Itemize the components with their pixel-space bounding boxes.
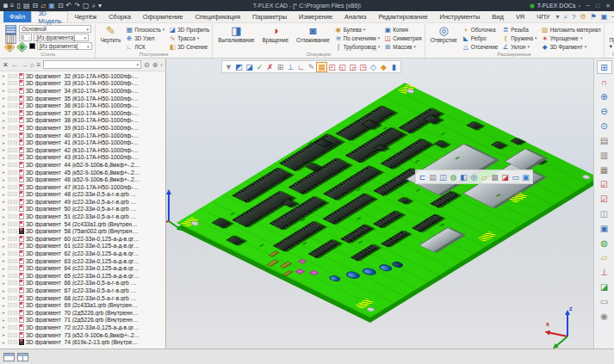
model-cube-icon[interactable]: ◧ bbox=[459, 173, 468, 182]
workplane-button[interactable]: ▦Плоскость▾ bbox=[126, 25, 164, 34]
open-fragment-icon[interactable]: ▱ bbox=[480, 173, 489, 182]
workplane-top-icon[interactable]: ◱ bbox=[338, 63, 347, 71]
find-icon[interactable]: ⌕ bbox=[92, 2, 96, 9]
app-logo-icon[interactable]: ◙ bbox=[3, 2, 8, 9]
tree-item[interactable]: ▸3D фрагмент_48 (с22-33и-0,5-а-г-в.grb … bbox=[0, 191, 165, 199]
symmetry-button[interactable]: ◫Симметрия bbox=[384, 34, 421, 42]
copy-button[interactable]: ▣Копия bbox=[384, 25, 421, 34]
close-panel-icon[interactable]: ✕ bbox=[3, 61, 9, 69]
style-combo[interactable]: Основной▾ bbox=[19, 25, 91, 33]
extrude-button[interactable]: ◨Выталкивание bbox=[215, 24, 257, 44]
render-hidden-lines-icon[interactable]: ▥ bbox=[597, 148, 612, 162]
zoom-out-icon[interactable]: ⊖ bbox=[597, 104, 612, 118]
open-icon[interactable]: ▱ bbox=[40, 2, 46, 9]
3d-viewport[interactable]: ▼◩◪✓✗⊞⊥∟✎▦◰◱◲◳◇◆▮ ⊏▤◫◍◧◎▱▦◪▭▣ z x bbox=[166, 59, 593, 349]
tree-item[interactable]: ▸3D фрагмент_54 (2с433а1.grb (Внутрен… bbox=[0, 220, 165, 228]
tree-item[interactable]: ▸3D фрагмент_41 (К10-17А-Н50-1000пф-… bbox=[0, 139, 165, 146]
rib-button[interactable]: ◣Ребро bbox=[462, 34, 498, 42]
tree-search-input[interactable]: ▾ bbox=[43, 60, 141, 69]
window-view-icon[interactable]: ▣ bbox=[601, 13, 608, 21]
workplane-yellow-icon[interactable]: ▱ bbox=[597, 250, 612, 264]
menu-icon[interactable]: ≡ bbox=[10, 2, 15, 9]
dock-view-icon[interactable]: ▣ bbox=[521, 173, 530, 182]
search-icon[interactable]: ⊙ bbox=[144, 61, 150, 69]
tree-item[interactable]: ▸3D фрагмент_40 (К10-17А-Н50-1000пф-… bbox=[0, 132, 165, 139]
tree-item[interactable]: ▸3D фрагмент_60 (с22-33и-0,125-а-д-в.gr… bbox=[0, 235, 165, 243]
tree-item[interactable]: ▸3D фрагмент_61 (с22-33и-0,125-а-д-в.gr… bbox=[0, 243, 165, 250]
undo-icon[interactable]: ↶ bbox=[66, 2, 72, 9]
back-icon[interactable]: ← bbox=[11, 61, 18, 69]
tree-item[interactable]: ▸3D фрагмент_67 (с22-33и-0,5-а-г-в.grb … bbox=[0, 287, 165, 294]
tab-параметры[interactable]: Параметры bbox=[246, 11, 293, 22]
lcs-button[interactable]: ∟ЛСК bbox=[126, 42, 164, 51]
draft-button[interactable]: ∠Уклон▾ bbox=[502, 42, 536, 51]
search-icon[interactable]: ⌕ bbox=[564, 13, 567, 22]
save-icon[interactable]: ▣ bbox=[48, 2, 55, 9]
workplane-iso-icon[interactable]: ◳ bbox=[358, 63, 368, 71]
active-plane-icon[interactable]: ◪ bbox=[597, 280, 612, 293]
pipe-button[interactable]: ∫Трубопровод▾ bbox=[335, 42, 381, 51]
tab-оформление[interactable]: Оформление bbox=[137, 11, 189, 22]
primitive-button[interactable]: ◧Примитив ▾ bbox=[607, 24, 614, 50]
3d-window-icon[interactable]: ▣ bbox=[597, 221, 612, 235]
mesh-quality-icon[interactable]: ◍ bbox=[449, 173, 458, 182]
object-snap-icon[interactable]: ∩ bbox=[597, 75, 612, 89]
tree-item[interactable]: ▸3D фрагмент_39 (К10-17А-Н50-1000пф-… bbox=[0, 124, 165, 132]
tree-item[interactable]: ▸3D фрагмент_74 (619к-2-13.grb (Внутре… bbox=[0, 338, 165, 346]
apply-material-button[interactable]: ▨Наложить материал bbox=[542, 25, 601, 34]
tab-vr[interactable]: VR bbox=[510, 11, 530, 22]
level-combo[interactable]: [Из фрагмента]▾ bbox=[34, 34, 89, 41]
tab-спецификация[interactable]: Спецификация bbox=[189, 11, 246, 22]
viewport-layout-icon[interactable]: ⊞ bbox=[597, 60, 612, 74]
window-layout-button-2[interactable] bbox=[17, 353, 28, 361]
draw-button[interactable]: ✎Чертить bbox=[98, 24, 124, 44]
tree-item[interactable]: ▸3D фрагмент_32 (К10-17А-Н50-1000пф-… bbox=[0, 72, 165, 80]
render-wireframe-icon[interactable]: ▤ bbox=[597, 133, 612, 147]
tab-3d-модель[interactable]: 3D Модель bbox=[31, 11, 68, 22]
camera-icon[interactable]: ◉ bbox=[597, 309, 612, 323]
insert-fragment-icon[interactable]: ◆ bbox=[379, 63, 388, 71]
tab-чертёж[interactable]: Чертёж bbox=[68, 11, 102, 22]
tree-item[interactable]: ▸3D фрагмент_70 (2д5226.grb (Внутренн… bbox=[0, 309, 165, 317]
tree-item[interactable]: ▸3D фрагмент_47 (К10-17А-Н50-1000пф-… bbox=[0, 183, 165, 191]
window-view-icon[interactable]: ▭ bbox=[511, 173, 520, 182]
tab-вид[interactable]: Вид bbox=[486, 11, 510, 22]
tflex-docs-button[interactable]: T-FLEX DOCs ▾ bbox=[530, 3, 580, 9]
flag-icon[interactable]: ⚑ bbox=[591, 13, 597, 21]
tab-сборка[interactable]: Сборка bbox=[102, 11, 137, 22]
tab-анализ[interactable]: Анализ bbox=[338, 11, 372, 22]
tree-item[interactable]: ▸3D фрагмент_71 (2д5226.grb (Внутренн… bbox=[0, 317, 165, 324]
array-button[interactable]: ⊞Массив▾ bbox=[384, 42, 421, 51]
redo-icon[interactable]: ↷ bbox=[74, 2, 80, 9]
select-operations-icon[interactable]: ◪ bbox=[245, 63, 254, 71]
tab-редактирование[interactable]: Редактирование bbox=[372, 11, 433, 22]
tree-item[interactable]: ▸3D фрагмент_72 (с22-33и-0,125-а-д-в.gr… bbox=[0, 324, 165, 331]
3d-profile-button[interactable]: ◪3D Профиль bbox=[169, 25, 209, 34]
tree-item[interactable]: ▸3D фрагмент_49 (с22-33и-0,5-а-г-в.grb … bbox=[0, 198, 165, 206]
tree-item[interactable]: ▸3D фрагмент_50 (с22-33и-0,5-а-г-в.grb … bbox=[0, 206, 165, 213]
customize-quick-access-icon[interactable]: ▾ bbox=[98, 2, 102, 9]
tree-item[interactable]: ▸3D фрагмент_62 (с22-33и-0,125-а-д-в.gr… bbox=[0, 250, 165, 257]
cancel-selection-icon[interactable]: ✗ bbox=[265, 63, 275, 71]
trim-button[interactable]: △Отсечение bbox=[462, 42, 498, 51]
coordinate-system-icon[interactable]: ⊥ bbox=[597, 265, 612, 279]
stop-icon[interactable]: ⊗ bbox=[152, 61, 158, 69]
tree-item[interactable]: ▸3D фрагмент_63 (с22-33и-0,125-а-д-в.gr… bbox=[0, 257, 165, 265]
hole-button[interactable]: ◎Отверстие bbox=[428, 24, 460, 44]
minimize-button[interactable]: ─ bbox=[586, 3, 590, 9]
structure-icon[interactable]: ◫ bbox=[438, 173, 448, 182]
ribbon-options-icon[interactable]: ▾ bbox=[555, 13, 559, 21]
tab-чпу[interactable]: ЧПУ bbox=[530, 11, 555, 22]
forward-icon[interactable]: → bbox=[21, 61, 28, 69]
color-swatch[interactable] bbox=[29, 43, 35, 49]
settings-gear-icon[interactable]: ⚙ bbox=[580, 13, 586, 21]
preview-icon[interactable]: ▢ bbox=[83, 2, 90, 9]
collapse-icon[interactable]: ‹ bbox=[160, 61, 163, 69]
tree-item[interactable]: ▸3D фрагмент_37 (К10-17А-Н50-1000пф-… bbox=[0, 109, 165, 117]
check-assembly-icon[interactable]: ☑ bbox=[597, 192, 612, 206]
tab-измерение[interactable]: Измерение bbox=[293, 11, 338, 22]
tree-item[interactable]: ▸3D фрагмент_66 (с22-33и-0,5-а-г-в.grb … bbox=[0, 280, 165, 287]
zoom-in-icon[interactable]: ⊕ bbox=[597, 89, 612, 103]
home-icon[interactable]: ⌂ bbox=[30, 61, 34, 69]
tree-item[interactable]: ▸3D фрагмент_35 (К10-17А-Н50-1000пф-… bbox=[0, 95, 165, 102]
